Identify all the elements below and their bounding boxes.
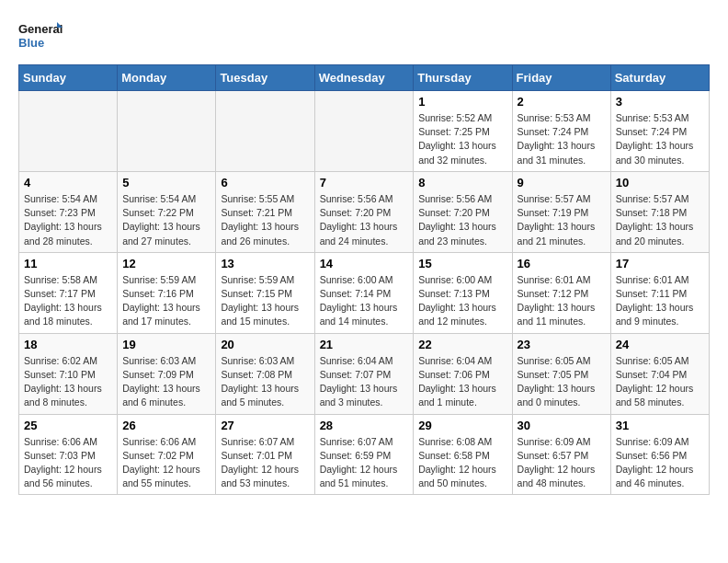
weekday-header-tuesday: Tuesday: [216, 65, 314, 91]
calendar-cell: 2Sunrise: 5:53 AMSunset: 7:24 PMDaylight…: [512, 91, 610, 172]
calendar-cell: 4Sunrise: 5:54 AMSunset: 7:23 PMDaylight…: [19, 171, 118, 252]
logo: General Blue: [18, 18, 64, 55]
day-number: 12: [122, 257, 210, 270]
day-number: 9: [518, 176, 606, 190]
day-number: 7: [320, 176, 409, 190]
calendar-week-row: 11Sunrise: 5:58 AMSunset: 7:17 PMDayligh…: [19, 252, 710, 333]
calendar-cell: [118, 91, 216, 172]
calendar-cell: 27Sunrise: 6:07 AMSunset: 7:01 PMDayligh…: [216, 414, 314, 495]
day-number: 6: [221, 176, 309, 190]
day-info: Sunrise: 6:05 AMSunset: 7:05 PMDaylight:…: [518, 354, 606, 410]
day-info: Sunrise: 6:02 AMSunset: 7:10 PMDaylight:…: [24, 354, 112, 410]
calendar-cell: [314, 91, 414, 172]
calendar-cell: 10Sunrise: 5:57 AMSunset: 7:18 PMDayligh…: [610, 171, 709, 252]
day-number: 30: [518, 419, 606, 432]
day-number: 26: [122, 419, 210, 432]
calendar-cell: 8Sunrise: 5:56 AMSunset: 7:20 PMDaylight…: [414, 171, 512, 252]
svg-text:General: General: [18, 22, 63, 36]
calendar-cell: 11Sunrise: 5:58 AMSunset: 7:17 PMDayligh…: [19, 252, 118, 333]
weekday-header-row: SundayMondayTuesdayWednesdayThursdayFrid…: [19, 65, 710, 91]
day-number: 1: [418, 95, 506, 109]
day-number: 22: [418, 338, 506, 351]
calendar-cell: 16Sunrise: 6:01 AMSunset: 7:12 PMDayligh…: [512, 252, 610, 333]
logo-svg: General Blue: [18, 18, 64, 55]
day-info: Sunrise: 5:53 AMSunset: 7:24 PMDaylight:…: [518, 111, 606, 167]
day-info: Sunrise: 6:01 AMSunset: 7:11 PMDaylight:…: [616, 273, 704, 329]
calendar-table: SundayMondayTuesdayWednesdayThursdayFrid…: [18, 64, 710, 495]
weekday-header-friday: Friday: [512, 65, 610, 91]
calendar-cell: 26Sunrise: 6:06 AMSunset: 7:02 PMDayligh…: [118, 414, 216, 495]
day-number: 17: [616, 257, 704, 270]
weekday-header-thursday: Thursday: [414, 65, 512, 91]
calendar-cell: 9Sunrise: 5:57 AMSunset: 7:19 PMDaylight…: [512, 171, 610, 252]
calendar-cell: 22Sunrise: 6:04 AMSunset: 7:06 PMDayligh…: [414, 333, 512, 414]
weekday-header-monday: Monday: [118, 65, 216, 91]
calendar-cell: 21Sunrise: 6:04 AMSunset: 7:07 PMDayligh…: [314, 333, 414, 414]
calendar-cell: 28Sunrise: 6:07 AMSunset: 6:59 PMDayligh…: [314, 414, 414, 495]
day-number: 16: [518, 257, 606, 270]
calendar-cell: 1Sunrise: 5:52 AMSunset: 7:25 PMDaylight…: [414, 91, 512, 172]
day-number: 2: [518, 95, 606, 109]
day-number: 13: [221, 257, 309, 270]
day-number: 27: [221, 419, 309, 432]
day-number: 4: [24, 176, 112, 190]
calendar-cell: 12Sunrise: 5:59 AMSunset: 7:16 PMDayligh…: [118, 252, 216, 333]
day-number: 21: [320, 338, 409, 351]
page-header: General Blue: [18, 18, 710, 55]
calendar-week-row: 4Sunrise: 5:54 AMSunset: 7:23 PMDaylight…: [19, 171, 710, 252]
day-number: 28: [320, 419, 409, 432]
day-info: Sunrise: 6:07 AMSunset: 7:01 PMDaylight:…: [221, 435, 309, 491]
day-number: 23: [518, 338, 606, 351]
day-info: Sunrise: 5:57 AMSunset: 7:18 PMDaylight:…: [616, 192, 704, 248]
svg-text:Blue: Blue: [18, 36, 44, 50]
day-info: Sunrise: 5:56 AMSunset: 7:20 PMDaylight:…: [320, 192, 409, 248]
day-info: Sunrise: 5:52 AMSunset: 7:25 PMDaylight:…: [418, 111, 506, 167]
day-info: Sunrise: 5:57 AMSunset: 7:19 PMDaylight:…: [518, 192, 606, 248]
calendar-cell: 30Sunrise: 6:09 AMSunset: 6:57 PMDayligh…: [512, 414, 610, 495]
day-info: Sunrise: 5:56 AMSunset: 7:20 PMDaylight:…: [418, 192, 506, 248]
day-number: 10: [616, 176, 704, 190]
day-info: Sunrise: 5:55 AMSunset: 7:21 PMDaylight:…: [221, 192, 309, 248]
calendar-cell: [216, 91, 314, 172]
day-info: Sunrise: 6:00 AMSunset: 7:14 PMDaylight:…: [320, 273, 409, 329]
weekday-header-saturday: Saturday: [610, 65, 709, 91]
calendar-cell: 13Sunrise: 5:59 AMSunset: 7:15 PMDayligh…: [216, 252, 314, 333]
calendar-cell: 15Sunrise: 6:00 AMSunset: 7:13 PMDayligh…: [414, 252, 512, 333]
calendar-cell: 24Sunrise: 6:05 AMSunset: 7:04 PMDayligh…: [610, 333, 709, 414]
calendar-cell: 7Sunrise: 5:56 AMSunset: 7:20 PMDaylight…: [314, 171, 414, 252]
weekday-header-sunday: Sunday: [19, 65, 118, 91]
day-info: Sunrise: 5:54 AMSunset: 7:22 PMDaylight:…: [122, 192, 210, 248]
calendar-week-row: 25Sunrise: 6:06 AMSunset: 7:03 PMDayligh…: [19, 414, 710, 495]
calendar-cell: 3Sunrise: 5:53 AMSunset: 7:24 PMDaylight…: [610, 91, 709, 172]
day-number: 29: [418, 419, 506, 432]
calendar-cell: 17Sunrise: 6:01 AMSunset: 7:11 PMDayligh…: [610, 252, 709, 333]
calendar-cell: 31Sunrise: 6:09 AMSunset: 6:56 PMDayligh…: [610, 414, 709, 495]
day-info: Sunrise: 5:59 AMSunset: 7:15 PMDaylight:…: [221, 273, 309, 329]
day-info: Sunrise: 6:09 AMSunset: 6:56 PMDaylight:…: [616, 435, 704, 491]
day-number: 14: [320, 257, 409, 270]
calendar-body: 1Sunrise: 5:52 AMSunset: 7:25 PMDaylight…: [19, 91, 710, 495]
day-info: Sunrise: 5:53 AMSunset: 7:24 PMDaylight:…: [616, 111, 704, 167]
calendar-cell: 14Sunrise: 6:00 AMSunset: 7:14 PMDayligh…: [314, 252, 414, 333]
day-info: Sunrise: 6:06 AMSunset: 7:02 PMDaylight:…: [122, 435, 210, 491]
day-info: Sunrise: 5:58 AMSunset: 7:17 PMDaylight:…: [24, 273, 112, 329]
calendar-week-row: 1Sunrise: 5:52 AMSunset: 7:25 PMDaylight…: [19, 91, 710, 172]
day-info: Sunrise: 6:03 AMSunset: 7:08 PMDaylight:…: [221, 354, 309, 410]
day-info: Sunrise: 6:09 AMSunset: 6:57 PMDaylight:…: [518, 435, 606, 491]
day-info: Sunrise: 6:00 AMSunset: 7:13 PMDaylight:…: [418, 273, 506, 329]
calendar-cell: 29Sunrise: 6:08 AMSunset: 6:58 PMDayligh…: [414, 414, 512, 495]
calendar-cell: [19, 91, 118, 172]
day-number: 25: [24, 419, 112, 432]
day-number: 19: [122, 338, 210, 351]
weekday-header-wednesday: Wednesday: [314, 65, 414, 91]
calendar-cell: 23Sunrise: 6:05 AMSunset: 7:05 PMDayligh…: [512, 333, 610, 414]
calendar-cell: 18Sunrise: 6:02 AMSunset: 7:10 PMDayligh…: [19, 333, 118, 414]
day-info: Sunrise: 6:08 AMSunset: 6:58 PMDaylight:…: [418, 435, 506, 491]
day-info: Sunrise: 5:59 AMSunset: 7:16 PMDaylight:…: [122, 273, 210, 329]
calendar-cell: 6Sunrise: 5:55 AMSunset: 7:21 PMDaylight…: [216, 171, 314, 252]
day-info: Sunrise: 6:04 AMSunset: 7:06 PMDaylight:…: [418, 354, 506, 410]
day-number: 15: [418, 257, 506, 270]
calendar-cell: 25Sunrise: 6:06 AMSunset: 7:03 PMDayligh…: [19, 414, 118, 495]
day-info: Sunrise: 5:54 AMSunset: 7:23 PMDaylight:…: [24, 192, 112, 248]
day-number: 11: [24, 257, 112, 270]
